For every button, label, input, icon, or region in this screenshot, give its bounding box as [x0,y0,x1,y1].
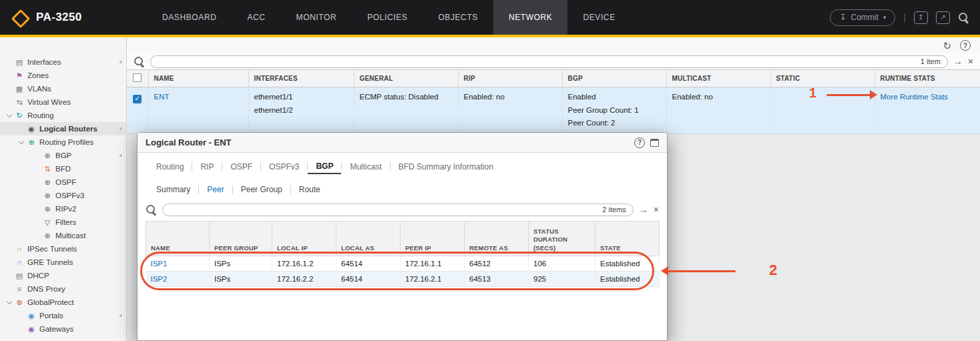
col-header-rip[interactable]: RIP [458,70,562,87]
tasks-icon[interactable]: ↥ [914,11,928,24]
subtab-peer-group[interactable]: Peer Group [233,185,290,194]
col-header-multicast[interactable]: MULTICAST [666,70,770,87]
logical-router-dialog: Logical Router - ENT ? Routing RIP OSPF … [137,132,668,341]
subtab-peer[interactable]: Peer [199,185,232,194]
dialog-subtab-bar: Summary Peer Peer Group Route [138,180,667,200]
tab-bgp[interactable]: BGP [308,159,341,174]
sidebar-item-filters[interactable]: ▽ Filters [0,216,126,229]
clear-filter-icon[interactable]: × [968,57,973,66]
col-header-general[interactable]: GENERAL [354,70,458,87]
commit-button[interactable]: ↧ Commit ▾ [830,9,895,26]
sidebar-item-ospfv3[interactable]: ⊕ OSPFv3 [0,189,126,202]
nav-item-dashboard[interactable]: DASHBOARD [147,0,232,35]
col-header-interfaces[interactable]: INTERFACES [248,70,354,87]
sidebar-item-virtual-wires[interactable]: ⇆ Virtual Wires [0,95,126,109]
sidebar-item-gateways[interactable]: ◉ Gateways [0,322,126,336]
maximize-icon[interactable] [650,139,659,147]
sidebar-item-gre-tunnels[interactable]: ∩ GRE Tunnels [0,256,126,269]
ospfv3-icon: ⊕ [42,192,53,200]
interface-value: ethernet1/1 [254,91,348,104]
col-header-remote-as[interactable]: REMOTE AS [465,222,529,256]
help-icon[interactable]: ? [960,40,971,51]
sidebar-item-ripv2[interactable]: ⊕ RIPv2 [0,202,126,216]
dialog-help-icon[interactable]: ? [634,137,645,148]
tab-bfd-summary[interactable]: BFD Summary Information [391,159,501,174]
item-dot [119,61,122,63]
more-runtime-stats-link[interactable]: More Runtime Stats [881,93,949,101]
router-name-link[interactable]: ENT [154,93,170,101]
nav-item-objects[interactable]: OBJECTS [423,0,493,35]
sidebar-item-bfd[interactable]: ⇅ BFD [0,162,126,176]
global-search-icon[interactable] [958,12,969,23]
annotation-highlight-box [140,252,654,290]
apply-filter-icon[interactable]: → [953,57,963,66]
apply-filter-icon[interactable]: → [639,205,648,214]
window-arrow-icon[interactable]: ↗ [936,11,950,24]
sidebar-item-label: Virtual Wires [27,98,71,106]
tab-ospf[interactable]: OSPF [222,159,260,174]
zones-icon: ⚑ [14,72,25,79]
col-header-status-duration[interactable]: STATUS DURATION (SECS) [529,222,595,256]
bgp-icon: ⊕ [42,152,53,159]
col-header-local-ip[interactable]: LOCAL IP [272,222,336,256]
sidebar-item-portals[interactable]: ◉ Portals [0,309,126,322]
col-header-peer-ip[interactable]: PEER IP [401,222,465,256]
col-header-name[interactable]: NAME [148,70,248,87]
col-header-bgp[interactable]: BGP [562,70,666,87]
subtab-summary[interactable]: Summary [148,185,198,194]
refresh-icon[interactable]: ↻ [943,41,951,51]
nav-item-monitor[interactable]: MONITOR [281,0,352,35]
tab-routing[interactable]: Routing [148,159,192,174]
sidebar-item-label: GlobalProtect [27,298,74,306]
col-header-local-as[interactable]: LOCAL AS [336,222,401,256]
chevron-down-icon[interactable] [5,111,14,120]
nav-item-policies[interactable]: POLICIES [352,0,423,35]
col-header-name[interactable]: NAME [146,222,210,256]
col-header-peer-group[interactable]: PEER GROUP [210,222,272,256]
sidebar-item-ospf[interactable]: ⊕ OSPF [0,176,126,189]
sidebar-item-zones[interactable]: ⚑ Zones [0,69,126,82]
chevron-down-icon[interactable] [17,138,26,147]
nav-item-network[interactable]: NETWORK [493,0,568,35]
item-dot [119,154,122,157]
vlans-icon: ▦ [14,85,25,93]
nav-item-acc[interactable]: ACC [232,0,280,35]
dhcp-icon: ▤ [14,272,25,280]
sidebar-item-dhcp[interactable]: ▤ DHCP [0,269,126,282]
nav-item-device[interactable]: DEVICE [567,0,630,35]
sidebar-item-ipsec-tunnels[interactable]: ∩ IPSec Tunnels [0,242,126,256]
sidebar-item-multicast[interactable]: ⊕ Multicast [0,229,126,242]
select-all-checkbox[interactable] [133,73,142,82]
sidebar-item-logical-routers[interactable]: ◉ Logical Routers [0,122,126,135]
sidebar-item-vlans[interactable]: ▦ VLANs [0,82,126,95]
sidebar-item-label: Gateways [39,325,73,333]
tab-ospfv3[interactable]: OSPFv3 [261,159,307,174]
chevron-down-icon[interactable] [5,298,14,307]
table-header-row: NAME PEER GROUP LOCAL IP LOCAL AS PEER I… [146,222,660,256]
paloalto-logo-icon [11,9,28,26]
sidebar-item-interfaces[interactable]: ▤ Interfaces [0,55,126,69]
row-checkbox[interactable]: ✓ [133,95,142,103]
clear-filter-icon[interactable]: × [654,205,659,214]
tab-rip[interactable]: RIP [192,159,222,174]
sidebar-item-routing-profiles[interactable]: ⊕ Routing Profiles [0,135,126,149]
sidebar-item-bgp[interactable]: ⊕ BGP [0,149,126,162]
sidebar-item-dns-proxy[interactable]: ≡ DNS Proxy [0,282,126,296]
sidebar-item-routing[interactable]: ↻ Routing [0,109,126,122]
search-field[interactable]: 1 item [150,55,948,68]
search-input[interactable] [170,205,602,215]
search-icon [134,56,145,67]
tab-multicast[interactable]: Multicast [342,159,389,174]
subtab-route[interactable]: Route [291,185,328,194]
search-field[interactable]: 2 items [162,204,634,216]
sidebar-item-label: BGP [55,151,71,159]
col-header-runtime-stats[interactable]: RUNTIME STATS [875,70,980,87]
filter-bar: 1 item → × [127,53,980,69]
bgp-value: Peer Group Count: 1 [568,104,661,117]
search-input[interactable] [158,57,921,67]
col-header-static[interactable]: STATIC [770,70,875,87]
col-header-state[interactable]: STATE [595,222,660,256]
ipsec-tunnels-icon: ∩ [14,246,25,253]
sidebar-item-globalprotect[interactable]: ⊛ GlobalProtect [0,296,126,309]
dialog-header[interactable]: Logical Router - ENT ? [138,133,667,153]
